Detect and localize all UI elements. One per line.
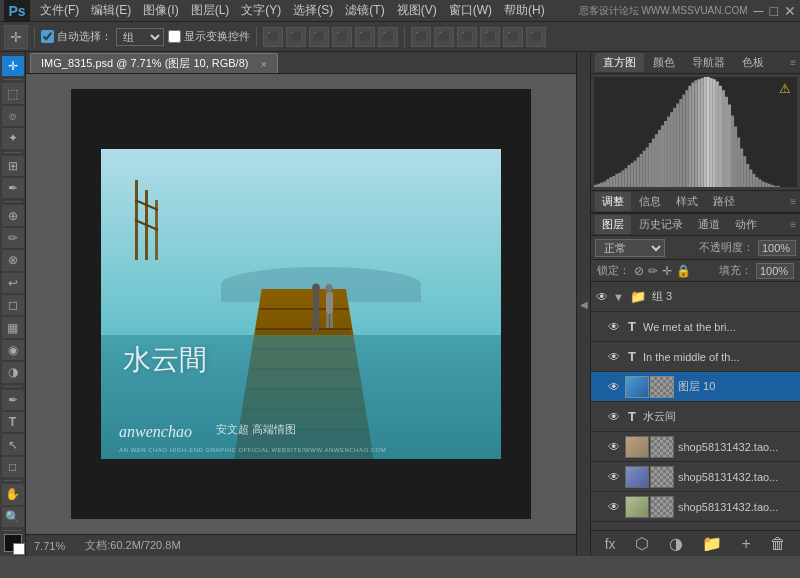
lock-all-icon[interactable]: 🔒 xyxy=(676,264,691,278)
distribute-left-btn[interactable]: ⬛ xyxy=(411,27,431,47)
distribute-bottom-btn[interactable]: ⬛ xyxy=(526,27,546,47)
path-select-tool[interactable]: ↖ xyxy=(2,434,24,454)
layer-row-shop2[interactable]: 👁 shop58131432.tao... xyxy=(591,462,800,492)
align-middle-btn[interactable]: ⬛ xyxy=(355,27,375,47)
tab-color[interactable]: 颜色 xyxy=(645,53,683,72)
lock-transparent-icon[interactable]: ⊘ xyxy=(634,264,644,278)
close-btn[interactable]: ✕ xyxy=(784,3,796,19)
menu-image[interactable]: 图像(I) xyxy=(137,0,184,21)
menu-filter[interactable]: 滤镜(T) xyxy=(339,0,390,21)
tab-styles[interactable]: 样式 xyxy=(669,192,705,211)
distribute-top-btn[interactable]: ⬛ xyxy=(480,27,500,47)
tab-info[interactable]: 信息 xyxy=(632,192,668,211)
layer-row-shop3[interactable]: 👁 shop58131432.tao... xyxy=(591,492,800,522)
pen-tool[interactable]: ✒ xyxy=(2,390,24,410)
histogram-menu-icon[interactable]: ≡ xyxy=(790,57,796,68)
magic-wand-tool[interactable]: ✦ xyxy=(2,128,24,148)
move-tool[interactable]: ✛ xyxy=(2,56,24,76)
layer-mask-btn[interactable]: ⬡ xyxy=(635,534,649,553)
tab-paths[interactable]: 路径 xyxy=(706,192,742,211)
dodge-tool[interactable]: ◑ xyxy=(2,362,24,382)
layer-eye-shuiyunjian[interactable]: 👁 xyxy=(607,410,621,424)
layer-row-inthe[interactable]: 👁 T In the middle of th... xyxy=(591,342,800,372)
tab-layers[interactable]: 图层 xyxy=(595,215,631,234)
align-left-btn[interactable]: ⬛ xyxy=(263,27,283,47)
eraser-tool[interactable]: ◻ xyxy=(2,295,24,315)
tab-channels[interactable]: 通道 xyxy=(691,215,727,234)
tab-history[interactable]: 历史记录 xyxy=(632,215,690,234)
layers-menu-icon[interactable]: ≡ xyxy=(790,219,796,230)
menu-select[interactable]: 选择(S) xyxy=(287,0,339,21)
clone-tool[interactable]: ⊗ xyxy=(2,250,24,270)
history-brush-tool[interactable]: ↩ xyxy=(2,273,24,293)
zoom-tool[interactable]: 🔍 xyxy=(2,507,24,527)
menu-edit[interactable]: 编辑(E) xyxy=(85,0,137,21)
align-top-btn[interactable]: ⬛ xyxy=(332,27,352,47)
layer-row-group3[interactable]: 👁 ▼ 📁 组 3 xyxy=(591,282,800,312)
lasso-tool[interactable]: ⌾ xyxy=(2,106,24,126)
layer-group-btn[interactable]: 📁 xyxy=(702,534,722,553)
layer-eye-wemet[interactable]: 👁 xyxy=(607,320,621,334)
menu-help[interactable]: 帮助(H) xyxy=(498,0,551,21)
layer-eye-shop3[interactable]: 👁 xyxy=(607,500,621,514)
minimize-btn[interactable]: ─ xyxy=(754,3,764,19)
move-tool-btn[interactable]: ✛ xyxy=(4,25,28,49)
brush-tool[interactable]: ✏ xyxy=(2,228,24,248)
healing-tool[interactable]: ⊕ xyxy=(2,205,24,225)
layer-row-wemet[interactable]: 👁 T We met at the bri... xyxy=(591,312,800,342)
align-center-btn[interactable]: ⬛ xyxy=(286,27,306,47)
selection-tool[interactable]: ⬚ xyxy=(2,83,24,103)
eyedropper-tool[interactable]: ✒ xyxy=(2,178,24,198)
background-color[interactable] xyxy=(13,543,25,555)
distribute-middle-btn[interactable]: ⬛ xyxy=(503,27,523,47)
tab-actions[interactable]: 动作 xyxy=(728,215,764,234)
layer-adjustment-btn[interactable]: ◑ xyxy=(669,534,683,553)
layer-eye-inthe[interactable]: 👁 xyxy=(607,350,621,364)
delete-layer-btn[interactable]: 🗑 xyxy=(770,535,786,553)
distribute-right-btn[interactable]: ⬛ xyxy=(457,27,477,47)
distribute-center-btn[interactable]: ⬛ xyxy=(434,27,454,47)
tab-adjustments[interactable]: 调整 xyxy=(595,192,631,211)
fill-label: 填充： xyxy=(719,263,752,278)
auto-select-checkbox[interactable] xyxy=(41,30,54,43)
layer-row-shuiyunjian[interactable]: 👁 T 水云间 xyxy=(591,402,800,432)
lock-position-icon[interactable]: ✛ xyxy=(662,264,672,278)
layer-eye-shop2[interactable]: 👁 xyxy=(607,470,621,484)
show-transform-checkbox[interactable] xyxy=(168,30,181,43)
menu-file[interactable]: 文件(F) xyxy=(34,0,85,21)
fill-input[interactable] xyxy=(756,263,794,279)
blur-tool[interactable]: ◉ xyxy=(2,340,24,360)
menu-view[interactable]: 视图(V) xyxy=(391,0,443,21)
hand-tool[interactable]: ✋ xyxy=(2,484,24,504)
adjustment-menu-icon[interactable]: ≡ xyxy=(790,196,796,207)
tab-histogram[interactable]: 直方图 xyxy=(595,53,644,72)
layer-style-btn[interactable]: fx xyxy=(605,536,616,552)
menu-window[interactable]: 窗口(W) xyxy=(443,0,498,21)
auto-select-dropdown[interactable]: 组 图层 xyxy=(116,28,164,46)
layer-row-layer10[interactable]: 👁 图层 10 xyxy=(591,372,800,402)
tab-swatches[interactable]: 色板 xyxy=(734,53,772,72)
foreground-color[interactable] xyxy=(4,534,22,552)
opacity-input[interactable] xyxy=(758,240,796,256)
menu-text[interactable]: 文字(Y) xyxy=(235,0,287,21)
layer-eye-group3[interactable]: 👁 xyxy=(595,290,609,304)
tab-close-icon[interactable]: × xyxy=(260,58,266,70)
menu-layer[interactable]: 图层(L) xyxy=(185,0,236,21)
align-right-btn[interactable]: ⬛ xyxy=(309,27,329,47)
new-layer-btn[interactable]: + xyxy=(741,535,750,553)
type-tool[interactable]: T xyxy=(2,412,24,432)
shape-tool[interactable]: □ xyxy=(2,457,24,477)
panel-collapse-handle[interactable]: ◀ xyxy=(576,52,590,556)
maximize-btn[interactable]: □ xyxy=(770,3,778,19)
layer-eye-shop1[interactable]: 👁 xyxy=(607,440,621,454)
gradient-tool[interactable]: ▦ xyxy=(2,317,24,337)
crop-tool[interactable]: ⊞ xyxy=(2,156,24,176)
layer-row-shop1[interactable]: 👁 shop58131432.tao... xyxy=(591,432,800,462)
tab-navigator[interactable]: 导航器 xyxy=(684,53,733,72)
layer-eye-layer10[interactable]: 👁 xyxy=(607,380,621,394)
svg-rect-70 xyxy=(743,156,746,187)
align-bottom-btn[interactable]: ⬛ xyxy=(378,27,398,47)
blend-mode-dropdown[interactable]: 正常 溶解 变暗 xyxy=(595,239,665,257)
document-tab[interactable]: IMG_8315.psd @ 7.71% (图层 10, RGB/8) × xyxy=(30,53,278,73)
lock-image-icon[interactable]: ✏ xyxy=(648,264,658,278)
